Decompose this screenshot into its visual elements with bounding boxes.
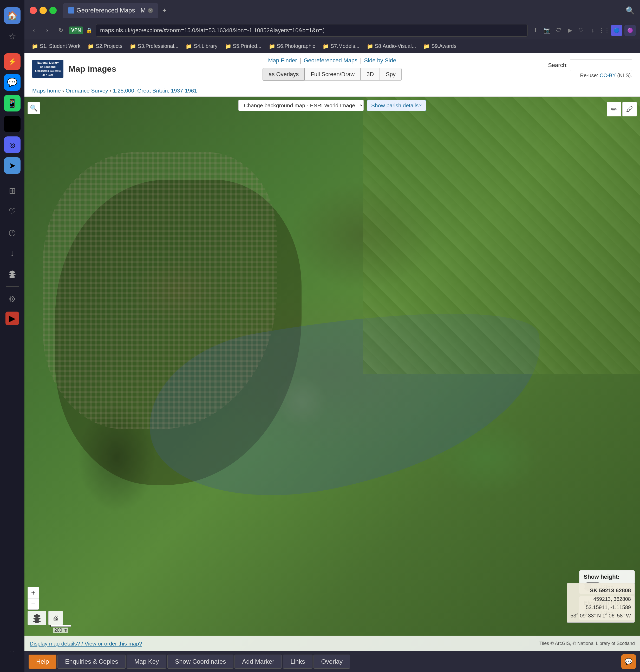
bookmark-label: S5.Printed... (233, 43, 262, 49)
coords-dms: 53° 09' 33" N 1° 06' 58" W (571, 611, 631, 620)
sidebar-icon-arcane[interactable]: ⚡ (4, 53, 20, 70)
url-text: maps.nls.uk/geo/explore/#zoom=15.0&lat=5… (100, 27, 324, 34)
refresh-button[interactable]: ↻ (56, 25, 66, 35)
active-tab[interactable]: Georeferenced Maps - M ✕ (63, 3, 158, 18)
sidebar-icon-download[interactable]: ↓ (4, 245, 20, 262)
breadcrumb-series[interactable]: 1:25,000, Great Britain, 1937-1961 (113, 88, 197, 93)
url-bar[interactable]: maps.nls.uk/geo/explore/#zoom=15.0&lat=5… (96, 24, 528, 36)
menu-icon[interactable]: ⋮⋮ (599, 26, 609, 35)
new-tab-button[interactable]: + (159, 5, 170, 16)
breadcrumb-survey[interactable]: Ordnance Survey (66, 88, 108, 93)
edit-icon[interactable]: ✏ (607, 102, 621, 116)
coordinates-box: SK 59213 62808 459213, 362808 53.15911, … (567, 583, 635, 623)
sidebar-icon-discord[interactable]: ◎ (4, 136, 20, 153)
sidebar-icon-record[interactable]: ▶ (5, 312, 19, 325)
bookmark-s4[interactable]: 📁 S4.Library (183, 42, 220, 50)
bookmark-s5[interactable]: 📁 S5.Printed... (222, 42, 265, 50)
breadcrumb-home[interactable]: Maps home (32, 88, 61, 93)
heart-icon[interactable]: ♡ (577, 26, 586, 35)
download-icon[interactable]: ↓ (588, 26, 597, 35)
display-map-details-link[interactable]: Display map details? / View or order thi… (30, 641, 142, 647)
btn-spy[interactable]: Spy (380, 68, 402, 80)
zoom-in-button[interactable]: + (28, 587, 39, 598)
chat-icon: 💬 (625, 658, 632, 665)
breadcrumb-sep2: › (110, 88, 113, 93)
sidebar-icon-more[interactable]: ··· (4, 643, 20, 659)
nav-georef[interactable]: Georeferenced Maps (304, 57, 358, 64)
cc-by-link[interactable]: CC-BY (600, 73, 616, 78)
add-marker-button[interactable]: Add Marker (234, 655, 282, 669)
bookmark-s7[interactable]: 📁 S7.Models... (319, 42, 363, 50)
btn-3d[interactable]: 3D (361, 68, 380, 80)
forward-button[interactable]: › (42, 25, 53, 35)
background-map-dropdown[interactable]: Change background map - ESRI World Image (238, 100, 364, 111)
tab-close-button[interactable]: ✕ (148, 8, 153, 13)
zoom-controls: + − (28, 587, 39, 610)
coords-grid-ref: SK 59213 62808 (571, 586, 631, 595)
show-coordinates-button[interactable]: Show Coordinates (168, 655, 233, 669)
sidebar-icon-whatsapp[interactable]: 📱 (4, 95, 20, 111)
nav-side-by-side[interactable]: Side by Side (364, 57, 396, 64)
extension-active[interactable]: 🔵 (611, 25, 622, 36)
map-container[interactable]: 🔍 Change background map - ESRI World Ima… (25, 97, 640, 651)
sidebar-icon-twitter[interactable]: 𝕏 (4, 116, 20, 132)
nav-sep2: | (360, 57, 362, 64)
zoom-out-button[interactable]: − (28, 598, 39, 610)
vpn-badge: VPN (69, 27, 83, 34)
map-toolbar: 🔍 Change background map - ESRI World Ima… (25, 100, 640, 111)
sidebar-icon-clock[interactable]: ◷ (4, 224, 20, 241)
bottom-toolbar: Help Enquiries & Copies Map Key Show Coo… (25, 651, 640, 672)
bookmark-folder-icon: 📁 (32, 43, 38, 49)
close-button[interactable] (30, 7, 37, 14)
bookmark-s6[interactable]: 📁 S6.Photographic (266, 42, 318, 50)
bookmark-s8[interactable]: 📁 S8.Audio-Visual... (364, 42, 419, 50)
shield-icon[interactable]: 🛡 (554, 26, 563, 35)
btn-as-overlays[interactable]: as Overlays (263, 68, 305, 80)
camera-icon[interactable]: 📷 (542, 26, 552, 35)
browser-toolbar: ‹ › ↻ VPN 🔒 maps.nls.uk/geo/explore/#zoo… (25, 21, 640, 40)
left-sidebar: 🏠 ☆ ⚡ 💬 📱 𝕏 ◎ ➤ ⊞ ♡ ◷ ↓ ⚙ ▶ ··· (0, 0, 25, 672)
bookmark-folder-icon: 📁 (130, 43, 136, 49)
print-button[interactable]: 🖨 (48, 611, 63, 625)
parish-details-button[interactable]: Show parish details? (367, 100, 426, 111)
maximize-button[interactable] (49, 7, 57, 14)
sidebar-icon-home[interactable]: 🏠 (4, 7, 20, 24)
extension-icon[interactable]: 🟣 (624, 25, 636, 36)
enquiries-button[interactable]: Enquiries & Copies (57, 655, 126, 669)
search-label: Search: (548, 62, 568, 69)
pen-icon[interactable]: 🖊 (622, 102, 637, 116)
map-info-footer: Display map details? / View or order thi… (25, 636, 640, 651)
bookmark-s1[interactable]: 📁 S1. Student Work (29, 42, 84, 50)
traffic-lights (30, 7, 57, 14)
sidebar-icon-star[interactable]: ☆ (4, 28, 20, 45)
back-button[interactable]: ‹ (29, 25, 39, 35)
sidebar-icon-heart[interactable]: ♡ (4, 203, 20, 220)
bookmark-s3[interactable]: 📁 S3.Professional... (127, 42, 182, 50)
overlay-button[interactable]: Overlay (314, 655, 350, 669)
map-attribution: Tiles © ArcGIS, © National Library of Sc… (539, 641, 635, 646)
bookmark-s2[interactable]: 📁 S2.Projects (85, 42, 125, 50)
sidebar-icon-layers[interactable] (4, 266, 20, 282)
map-key-button[interactable]: Map Key (127, 655, 166, 669)
bookmark-folder-icon: 📁 (367, 43, 373, 49)
help-button[interactable]: Help (29, 655, 56, 669)
search-input[interactable] (570, 60, 632, 71)
layers-button[interactable] (28, 611, 46, 625)
minimize-button[interactable] (40, 7, 47, 14)
bookmark-s9[interactable]: 📁 S9.Awards (420, 42, 459, 50)
browser-search-icon[interactable]: 🔍 (626, 6, 635, 15)
chat-button[interactable]: 💬 (621, 654, 636, 669)
share-icon[interactable]: ⬆ (531, 26, 540, 35)
reuse-suffix: (NLS). (617, 73, 632, 78)
sidebar-icon-dev[interactable]: ➤ (4, 157, 20, 174)
nav-map-finder[interactable]: Map Finder (268, 57, 297, 64)
sidebar-icon-messenger[interactable]: 💬 (4, 74, 20, 91)
sidebar-icon-grid[interactable]: ⊞ (4, 182, 20, 199)
play-icon[interactable]: ▶ (565, 26, 574, 35)
links-button[interactable]: Links (283, 655, 312, 669)
btn-full-screen[interactable]: Full Screen/Draw (305, 68, 361, 80)
bookmark-folder-icon: 📁 (323, 43, 329, 49)
coords-meters: 459213, 362808 (571, 595, 631, 603)
map-search-button[interactable]: 🔍 (28, 102, 40, 114)
sidebar-icon-gear[interactable]: ⚙ (4, 291, 20, 308)
